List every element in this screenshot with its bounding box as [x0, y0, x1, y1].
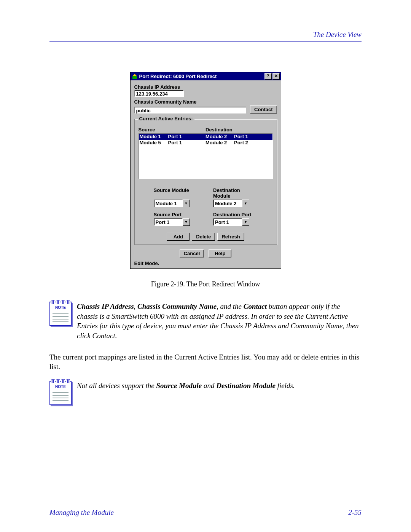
note-icon-label: NOTE [50, 305, 71, 310]
note-block: NOTE Not all devices support the Source … [49, 381, 362, 405]
bold-text: Contact [244, 302, 267, 310]
chevron-down-icon[interactable]: ▼ [242, 200, 249, 207]
refresh-button[interactable]: Refresh [217, 233, 244, 241]
status-bar: Edit Mode. [131, 259, 281, 268]
dest-port-select[interactable]: Port 1 ▼ [213, 218, 249, 226]
text: fields. [276, 382, 295, 390]
page-footer: Managing the Module 2-55 [49, 506, 362, 517]
combo-value: Port 1 [213, 218, 242, 226]
combo-value: Module 2 [213, 200, 242, 207]
figure-caption: Figure 2-19. The Port Redirect Window [49, 280, 362, 288]
source-module-label: Source Module [154, 187, 198, 199]
cancel-button[interactable]: Cancel [180, 249, 204, 257]
cell: Module 1 [140, 134, 168, 140]
bold-text: Source Module [156, 382, 202, 390]
delete-button[interactable]: Delete [192, 233, 215, 241]
cell: Module 2 [206, 140, 234, 146]
port-redirect-dialog: Port Redirect: 6000 Port Redirect ? ✕ Ch… [130, 72, 281, 269]
entries-listbox[interactable]: Module 1Port 1 Module 2Port 1 Module 5Po… [139, 133, 273, 179]
community-name-input[interactable]: public [134, 107, 247, 113]
footer-left: Managing the Module [49, 508, 114, 517]
bold-text: Chassis Community Name [137, 302, 217, 310]
list-row[interactable]: Module 1Port 1 Module 2Port 1 [139, 134, 272, 140]
svg-rect-0 [132, 76, 137, 79]
source-port-select[interactable]: Port 1 ▼ [154, 218, 190, 226]
text: and [202, 382, 216, 390]
cell: Module 2 [206, 134, 234, 140]
text: , [134, 302, 138, 310]
footer-page-number: 2-55 [348, 508, 362, 517]
titlebar-help-button[interactable]: ? [264, 73, 272, 80]
active-entries-label: Current Active Entries: [138, 116, 194, 121]
chevron-down-icon[interactable]: ▼ [242, 218, 249, 226]
dest-port-label: Destination Port [213, 212, 258, 217]
active-entries-group: Current Active Entries: Source Destinati… [134, 119, 277, 245]
cell: Module 5 [140, 140, 168, 146]
community-name-label: Chassis Community Name [134, 99, 277, 105]
col-source-header: Source [139, 127, 206, 133]
dest-module-label: Destination Module [213, 187, 258, 199]
bold-text: Chassis IP Address [77, 302, 134, 310]
list-row[interactable]: Module 5Port 1 Module 2Port 2 [139, 140, 272, 146]
cell: Port 1 [168, 134, 182, 140]
bold-text: Destination Module [216, 382, 276, 390]
contact-button[interactable]: Contact [250, 105, 277, 113]
cell: Port 2 [234, 140, 248, 146]
note-icon: NOTE [49, 302, 70, 326]
note-text: Not all devices support the Source Modul… [77, 381, 295, 391]
page-header-section: The Device View [49, 30, 362, 42]
cell: Port 1 [168, 140, 182, 146]
app-icon [132, 73, 138, 80]
dest-module-select[interactable]: Module 2 ▼ [213, 200, 249, 207]
cell: Port 1 [234, 134, 248, 140]
note-icon-label: NOTE [50, 385, 71, 389]
help-button[interactable]: Help [209, 249, 231, 257]
text: , and the [217, 302, 244, 310]
col-dest-header: Destination [206, 127, 273, 133]
note-icon: NOTE [49, 381, 70, 405]
chevron-down-icon[interactable]: ▼ [183, 200, 190, 207]
note-text: Chassis IP Address, Chassis Community Na… [77, 302, 362, 341]
titlebar[interactable]: Port Redirect: 6000 Port Redirect ? ✕ [131, 72, 281, 80]
text: Not all devices support the [77, 382, 156, 390]
source-module-select[interactable]: Module 1 ▼ [154, 200, 190, 207]
add-button[interactable]: Add [167, 233, 190, 241]
combo-value: Module 1 [154, 200, 183, 207]
chassis-ip-label: Chassis IP Address [134, 84, 277, 90]
dialog-title: Port Redirect: 6000 Port Redirect [139, 73, 264, 79]
chevron-down-icon[interactable]: ▼ [183, 218, 190, 226]
source-port-label: Source Port [154, 212, 198, 217]
note-block: NOTE Chassis IP Address, Chassis Communi… [49, 302, 362, 341]
body-paragraph: The current port mappings are listed in … [49, 352, 362, 372]
combo-value: Port 1 [154, 218, 183, 226]
titlebar-close-button[interactable]: ✕ [272, 73, 280, 80]
chassis-ip-input[interactable]: 123.19.56.234 [134, 90, 184, 97]
